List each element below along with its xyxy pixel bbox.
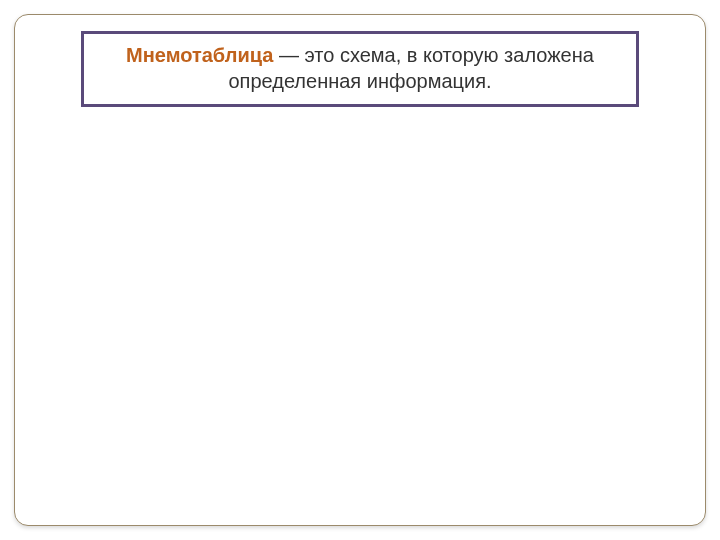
definition-term: Мнемотаблица xyxy=(126,44,273,66)
slide-frame: Мнемотаблица — это схема, в которую зало… xyxy=(14,14,706,526)
definition-text: Мнемотаблица — это схема, в которую зало… xyxy=(104,42,616,94)
definition-rest: — это схема, в которую заложена определе… xyxy=(228,44,593,92)
definition-box: Мнемотаблица — это схема, в которую зало… xyxy=(81,31,639,107)
